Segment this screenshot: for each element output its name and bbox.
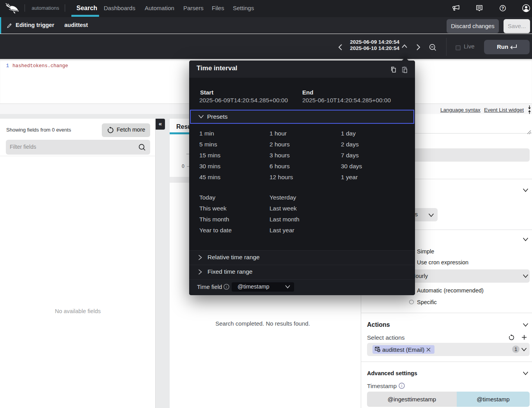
svg-text:?: ?: [502, 6, 504, 11]
svg-text:i: i: [401, 384, 402, 388]
svg-text:@: @: [378, 349, 380, 352]
svg-text:i: i: [226, 285, 227, 289]
